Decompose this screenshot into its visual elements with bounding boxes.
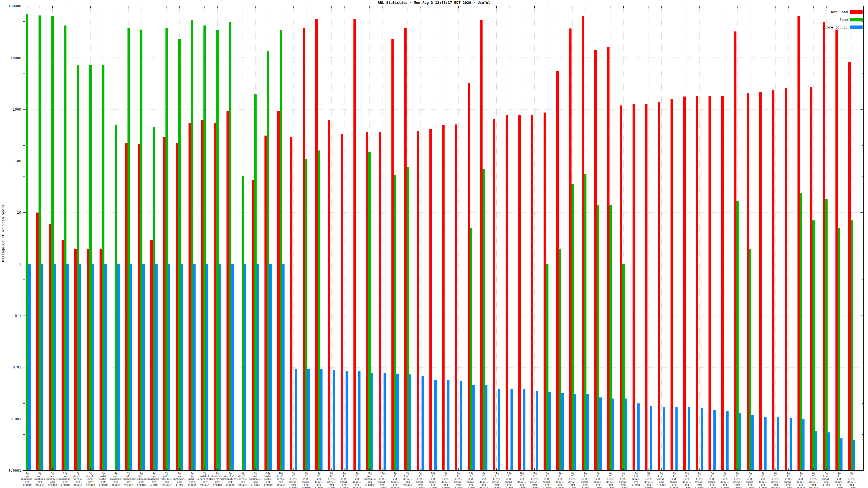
x-category-label: dnswl.	[429, 481, 437, 483]
x-category-label: 4@	[305, 472, 308, 475]
bar-not-spam	[569, 29, 571, 470]
x-category-label: dnswl.	[441, 481, 450, 483]
bar-not-spam	[493, 119, 495, 470]
x-category-label: org	[482, 483, 486, 486]
x-category-label: 4 hops	[644, 486, 653, 488]
bar-not-spam	[87, 249, 90, 470]
x-category-label: dnswl.	[314, 481, 323, 483]
x-category-label: 2@	[26, 472, 29, 475]
bar-not-spam	[163, 137, 165, 470]
x-category-label: org	[761, 483, 765, 486]
x-category-label: org	[456, 483, 461, 486]
y-tick-label: 1000	[13, 107, 21, 111]
bar-not-spam	[747, 93, 749, 470]
x-category-label: 2.	[800, 475, 803, 478]
bar-not-spam	[417, 131, 420, 470]
y-tick-label: 100000	[8, 4, 21, 8]
x-category-label: 2@	[178, 472, 181, 475]
x-category-label: net	[215, 481, 219, 483]
x-category-label: dnswl.	[327, 481, 336, 483]
x-category-label: spamhaus.	[59, 478, 72, 480]
x-category-label: 2@	[660, 472, 663, 475]
x-category-label: org	[114, 481, 118, 483]
bar-spam	[749, 249, 751, 470]
bar-spam	[838, 228, 840, 470]
bar-score	[219, 264, 221, 470]
y-axis-label: Message Count or Spam Score	[1, 204, 5, 262]
x-category-label: org	[329, 483, 334, 486]
x-category-label: 3 hops	[416, 486, 425, 488]
bar-score	[41, 264, 43, 470]
x-category-label: list.	[759, 478, 767, 480]
legend-swatch	[850, 10, 863, 14]
x-category-label: spamhaus.	[173, 478, 186, 480]
x-category-label: list.	[556, 478, 564, 480]
bar-score	[320, 369, 322, 470]
x-category-label: 9@	[317, 472, 320, 475]
x-category-label: 11@	[532, 472, 537, 475]
x-category-label: 3.	[470, 475, 473, 478]
x-category-label: 9@	[571, 472, 574, 475]
bar-score	[549, 392, 551, 470]
x-category-label: 5@	[723, 472, 726, 475]
bar-not-spam	[277, 111, 280, 470]
x-category-label: ubl.	[138, 475, 144, 478]
bar-score	[840, 438, 843, 470]
x-category-label: 4@	[102, 472, 105, 475]
rbl-statistics-chart: 1000001000010001001010.10.010.0010.0001 …	[0, 0, 868, 488]
bar-score	[472, 385, 475, 470]
x-category-label: 6@	[457, 472, 460, 475]
x-category-label: 2.	[736, 475, 739, 478]
x-category-label: 2.	[711, 475, 714, 478]
x-category-label: 9@	[394, 472, 397, 475]
bar-score	[206, 264, 208, 470]
x-category-label: origin	[809, 486, 818, 488]
bar-not-spam	[455, 124, 457, 470]
x-category-label: origin	[797, 486, 806, 488]
x-category-label: list.	[455, 478, 462, 480]
x-category-label: list.	[328, 478, 335, 480]
x-category-label: org	[621, 483, 625, 486]
bar-not-spam	[150, 240, 153, 470]
bar-spam	[812, 220, 815, 470]
x-category-label: 1.	[558, 475, 561, 478]
x-category-label: 1 hop	[176, 483, 183, 486]
x-category-label: org	[824, 481, 828, 483]
bar-spam	[597, 205, 599, 470]
chart-canvas: 1000001000010001001010.10.010.0010.0001 …	[0, 0, 868, 488]
bar-spam	[242, 176, 244, 470]
x-category-label: 3@	[51, 472, 54, 475]
x-category-label: origin	[213, 483, 222, 486]
x-category-label: sorbs.	[99, 478, 108, 480]
x-category-label: 2 hops	[441, 486, 450, 488]
x-category-label: origin	[264, 483, 273, 486]
x-category-label: list.	[506, 478, 513, 480]
x-category-label: 3 hops	[251, 483, 260, 486]
bar-score	[460, 381, 462, 470]
x-category-label: 5 hops	[632, 483, 641, 486]
x-category-label: 1 hop	[455, 486, 462, 488]
x-category-label: Y.	[521, 475, 524, 478]
x-category-label: origin	[479, 486, 488, 488]
x-category-label: dnswl.	[518, 481, 527, 483]
bar-spam	[546, 264, 549, 470]
x-category-label: org	[50, 481, 55, 483]
x-category-label: list.	[658, 475, 665, 478]
x-category-label: 4@	[38, 472, 41, 475]
x-category-label: 5@	[546, 472, 549, 475]
legend-swatch	[850, 26, 863, 29]
bar-not-spam	[594, 50, 597, 470]
bar-score	[54, 264, 56, 470]
bar-score	[358, 371, 361, 470]
x-category-label: 1 hop	[429, 486, 437, 488]
bar-not-spam	[341, 134, 343, 470]
x-category-label: list.	[696, 478, 703, 480]
x-category-label: sorbs.	[239, 478, 247, 480]
x-category-label: Y.	[812, 475, 815, 478]
x-category-label: spamhaus.	[46, 478, 59, 480]
x-category-label: list.	[531, 478, 538, 480]
x-category-label: bl.	[126, 475, 131, 478]
x-category-label: 9@	[850, 472, 854, 475]
x-category-label: 2 hops	[733, 486, 742, 488]
x-category-label: list.	[303, 478, 310, 480]
